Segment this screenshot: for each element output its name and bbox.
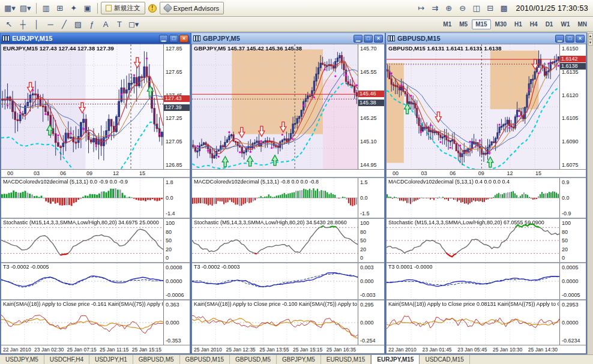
indicator-label: MACDColoredv102decimal (5,13,1) 0.0 -0.9… <box>3 179 128 185</box>
kairi-pane-canvas[interactable] <box>192 300 358 345</box>
price-axis[interactable]: 1.61501.61351.61201.61051.60901.6075 1.6… <box>559 44 586 169</box>
date-axis[interactable]: 22 Jan 201023 Jan 01:4523 Jan 05:4525 Ja… <box>387 345 586 353</box>
indicator-axis[interactable]: 1.80.0-1.4 <box>163 178 190 218</box>
indicator-axis[interactable]: 0.2950.000-0.254 <box>358 300 384 345</box>
price-axis[interactable]: 145.70145.55145.40145.25145.10144.95 145… <box>358 44 384 169</box>
data-window-icon[interactable]: ⊞ <box>53 2 67 14</box>
chart-tab-eurjpy-m15[interactable]: EURJPY,M15 <box>371 354 420 364</box>
minimize-button[interactable]: ▁ <box>159 35 168 43</box>
new-order-button[interactable]: 新規注文 <box>101 2 145 14</box>
indicator-axis[interactable]: 0.29530.0000-0.6234 <box>559 300 586 345</box>
axis-tick: 50 <box>360 237 384 243</box>
close-button[interactable]: × <box>576 35 585 43</box>
terminal-icon[interactable]: ▣ <box>81 2 94 14</box>
shapes-icon[interactable]: ◻▾ <box>127 18 140 30</box>
chart-window-gbpusd-m15[interactable]: GBPUSD,M15 ▁ □ × GBPUSD,M15 1.6131 1.614… <box>385 32 587 354</box>
window-titlebar[interactable]: EURJPY,M15 ▁ □ × <box>1 33 190 44</box>
indicator-axis[interactable]: 0.00050.0000-0.0005 <box>559 263 586 299</box>
timeframe-button-d1[interactable]: D1 <box>542 19 557 29</box>
window-titlebar[interactable]: GBPUSD,M15 ▁ □ × <box>386 33 586 44</box>
time-axis[interactable] <box>192 169 384 177</box>
chart-tab-usdcad-m15[interactable]: USDCAD,M15 <box>420 355 469 364</box>
price-axis[interactable]: 127.85127.65127.45127.25127.05126.85 127… <box>163 44 190 169</box>
restore-button[interactable]: □ <box>364 35 373 43</box>
timeframe-button-m30[interactable]: M30 <box>492 19 510 29</box>
chart-tab-gbpusd-m5[interactable]: GBPUSD,M5 <box>133 355 180 364</box>
zoom-out-icon[interactable]: ⊖ <box>456 2 469 14</box>
workspace-scrollbar[interactable]: ▲▼ <box>587 32 593 354</box>
indicator-axis[interactable]: 1008050200 <box>358 219 384 262</box>
price-chart-canvas[interactable] <box>387 44 559 169</box>
indicator-axis[interactable]: 0.0030.000-0.003 <box>358 263 384 299</box>
scroll-up-icon[interactable]: ▲ <box>588 33 593 39</box>
axis-tick: 0.0005 <box>562 264 586 270</box>
indicator-axis[interactable]: 1008050200 <box>163 219 190 262</box>
metaeditor-alert-icon[interactable]: ! <box>146 2 159 14</box>
tile-horizontal-icon[interactable]: ◫ <box>470 2 483 14</box>
trendline-icon[interactable]: ╱ <box>58 18 71 30</box>
chart-icon-group: ▦▾▤▾ <box>2 2 33 14</box>
timeframe-button-w1[interactable]: W1 <box>557 19 573 29</box>
time-axis[interactable]: 000306091215 <box>387 169 586 177</box>
date-axis[interactable]: 25 Jan 201025 Jan 12:3525 Jan 13:5525 Ja… <box>192 345 384 353</box>
close-button[interactable]: × <box>179 35 188 43</box>
label-tool-icon[interactable]: T <box>113 18 126 30</box>
indicator-axis[interactable]: 0.00080.0000-0.0006 <box>163 263 190 299</box>
timeframe-button-m1[interactable]: M1 <box>439 19 455 29</box>
kairi-pane-canvas[interactable] <box>1 300 163 345</box>
time-axis[interactable]: 000306091215 <box>1 169 190 177</box>
chart-tab-gbpjpy-m5[interactable]: GBPJPY,M5 <box>277 355 321 364</box>
timeframe-button-m5[interactable]: M5 <box>456 19 471 29</box>
profiles-icon[interactable]: ▤▾ <box>18 2 33 14</box>
zoom-in-icon[interactable]: ⊕ <box>442 2 456 14</box>
date-axis[interactable]: 22 Jan 201023 Jan 02:3025 Jan 07:1525 Ja… <box>1 345 190 353</box>
scroll-down-icon[interactable]: ▼ <box>588 40 593 46</box>
kairi-pane-canvas[interactable] <box>387 300 559 345</box>
restore-button[interactable]: □ <box>169 35 178 43</box>
tile-vertical-icon[interactable]: ⊟ <box>484 2 497 14</box>
crosshair-icon[interactable]: ┼ <box>16 18 29 30</box>
axis-tick: -0.9 <box>562 210 586 216</box>
channel-icon[interactable]: ▨ <box>71 18 85 30</box>
window-titlebar[interactable]: GBPJPY,M5 ▁ □ × <box>191 33 385 44</box>
cascade-windows-icon[interactable]: ▩ <box>498 2 511 14</box>
axis-tick: 0.0 <box>360 195 384 201</box>
timeframe-button-m15[interactable]: M15 <box>472 19 490 29</box>
indicator-axis[interactable]: 0.90.0-0.9 <box>559 178 586 218</box>
date-tick: 25 Jan 16:35 <box>327 347 356 353</box>
chart-shift-icon[interactable]: ↦ <box>415 2 428 14</box>
price-chart-canvas[interactable] <box>1 44 163 169</box>
expert-advisors-button[interactable]: Expert Advisors <box>160 2 224 14</box>
market-watch-icon[interactable]: ▥ <box>40 2 53 14</box>
indicator-axis[interactable]: 1.50.0-1.5 <box>358 178 384 218</box>
text-tool-icon[interactable]: A <box>99 18 112 30</box>
chart-icon <box>388 35 395 41</box>
date-tick: 25 Jan 14:30 <box>528 347 558 353</box>
chart-tab-usdjpy-h1[interactable]: USDJPY,H1 <box>89 355 133 364</box>
vertical-line-icon[interactable]: │ <box>30 18 43 30</box>
timeframe-button-mn[interactable]: MN <box>574 19 591 29</box>
cursor-icon[interactable]: ↖ <box>2 18 16 30</box>
horizontal-line-icon[interactable]: ─ <box>44 18 57 30</box>
minimize-button[interactable]: ▁ <box>354 35 363 43</box>
indicator-axis[interactable]: 0.3630.000-0.353 <box>163 300 190 345</box>
chart-tab-eurusd-m15[interactable]: EURUSD,M15 <box>321 355 371 364</box>
chart-window-gbpjpy-m5[interactable]: GBPJPY,M5 ▁ □ × GBPJPY,M5 145.37 145.42 … <box>191 32 385 354</box>
chart-window-eurjpy-m15[interactable]: EURJPY,M15 ▁ □ × EURJPY,M15 127.43 127.4… <box>0 32 191 354</box>
restore-button[interactable]: □ <box>565 35 574 43</box>
minimize-button[interactable]: ▁ <box>555 35 564 43</box>
auto-scroll-icon[interactable]: ⇉ <box>429 2 442 14</box>
chart-tab-gbpusd-m15[interactable]: GBPUSD,M15 <box>180 355 230 364</box>
fibonacci-icon[interactable]: ƒ <box>85 18 98 30</box>
date-tick: 25 Jan 2010 <box>194 347 222 353</box>
timeframe-button-h4[interactable]: H4 <box>526 19 541 29</box>
price-chart-canvas[interactable] <box>192 44 358 169</box>
new-chart-icon[interactable]: ▦▾ <box>2 2 17 14</box>
indicator-axis[interactable]: 1008050200 <box>559 219 586 262</box>
close-button[interactable]: × <box>374 35 383 43</box>
chart-tab-usdchf-h4[interactable]: USDCHF,H4 <box>44 355 89 364</box>
chart-tab-gbpusd-m5[interactable]: GBPUSD,M5 <box>230 355 277 364</box>
timeframe-button-h1[interactable]: H1 <box>511 19 526 29</box>
chart-tab-usdjpy-m5[interactable]: USDJPY,M5 <box>0 355 44 364</box>
navigator-icon[interactable]: ✦ <box>67 2 80 14</box>
